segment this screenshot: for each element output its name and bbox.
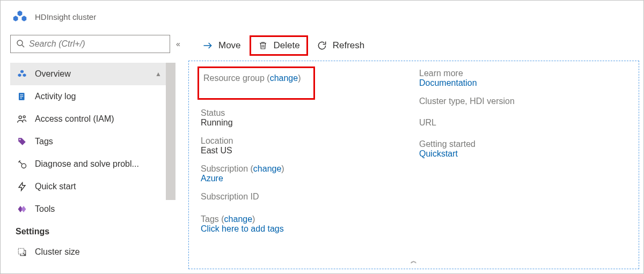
svg-marker-7 [23, 73, 26, 77]
search-input[interactable] [29, 39, 164, 49]
page-title: HDInsight cluster [35, 12, 96, 21]
access-control-icon [16, 113, 28, 125]
delete-button[interactable]: Delete [250, 35, 308, 56]
status-field: Status Running [201, 108, 408, 128]
nav-label: Quick start [35, 182, 76, 191]
collapse-panel-button[interactable]: ︽ [411, 256, 417, 265]
documentation-link[interactable]: Documentation [419, 78, 627, 88]
nav-label: Overview [35, 69, 71, 79]
url-field: URL [419, 118, 627, 128]
nav-label: Diagnose and solve probl... [35, 159, 139, 169]
refresh-label: Refresh [333, 40, 365, 51]
subscription-label: Subscription [201, 164, 248, 173]
sidebar-item-cluster-size[interactable]: Cluster size [10, 241, 166, 263]
hdinsight-logo-icon [12, 9, 27, 24]
sidebar-item-overview[interactable]: Overview ▲ [10, 63, 166, 85]
subscription-id-field: Subscription ID [201, 192, 408, 202]
diagnose-icon [16, 158, 28, 171]
tags-label: Tags [201, 214, 219, 224]
svg-rect-11 [20, 98, 22, 98]
arrow-right-icon [202, 40, 213, 51]
svg-line-4 [22, 45, 24, 47]
settings-section-header: Settings [10, 220, 186, 241]
nav-label: Access control (IAM) [35, 114, 114, 124]
location-value: East US [201, 146, 408, 155]
delete-label: Delete [274, 40, 300, 51]
svg-rect-9 [20, 94, 23, 95]
svg-marker-5 [20, 70, 24, 73]
location-label: Location [201, 136, 408, 146]
sidebar-item-access-control[interactable]: Access control (IAM) [10, 108, 166, 130]
svg-marker-1 [13, 16, 18, 21]
activity-log-icon [16, 90, 28, 103]
toolbar: Move Delete Refresh [186, 33, 643, 58]
content-pane: Move Delete Refresh [186, 33, 643, 273]
resource-group-change-link[interactable]: change [270, 73, 298, 83]
svg-rect-10 [20, 96, 23, 97]
settings-list: Cluster size [10, 241, 186, 263]
tags-icon [16, 135, 28, 148]
svg-marker-0 [18, 11, 23, 17]
sidebar-item-tools[interactable]: Tools [10, 198, 166, 220]
quickstart-link[interactable]: Quickstart [419, 149, 627, 159]
search-box[interactable] [10, 35, 170, 53]
tools-icon [16, 203, 28, 216]
sidebar-item-tags[interactable]: Tags [10, 130, 166, 153]
svg-point-14 [19, 139, 20, 140]
svg-marker-2 [22, 16, 27, 21]
sidebar-item-activity-log[interactable]: Activity log [10, 85, 166, 108]
learn-more-label: Learn more [419, 69, 627, 78]
search-icon [16, 39, 25, 49]
resource-group-label: Resource group [203, 73, 265, 83]
cluster-type-field: Cluster type, HDI version [419, 97, 627, 106]
cluster-type-label: Cluster type, HDI version [419, 97, 627, 106]
trash-icon [258, 40, 268, 51]
subscription-field: Subscription (change) Azure [201, 164, 408, 183]
quick-start-icon [16, 180, 28, 193]
nav-label: Cluster size [35, 247, 80, 257]
subscription-value-link[interactable]: Azure [201, 174, 408, 183]
getting-started-field: Getting started Quickstart [419, 139, 627, 159]
move-label: Move [218, 40, 241, 51]
getting-started-label: Getting started [419, 139, 627, 149]
location-field: Location East US [201, 136, 408, 155]
chevron-up-icon: ▲ [155, 70, 162, 78]
status-value: Running [201, 118, 408, 128]
nav-label: Tags [35, 137, 53, 146]
main-area: « Overview ▲ Activity log [1, 33, 643, 273]
nav-list: Overview ▲ Activity log Access control (… [10, 63, 186, 220]
status-label: Status [201, 108, 408, 118]
sidebar-scrollbar[interactable] [166, 63, 175, 200]
svg-point-15 [21, 164, 26, 168]
details-panel: Resource group (change) Status Running L… [188, 61, 639, 269]
nav-label: Activity log [35, 92, 76, 101]
cluster-size-icon [16, 246, 28, 258]
resource-group-field: Resource group (change) [201, 69, 408, 100]
subscription-change-link[interactable]: change [253, 164, 282, 173]
sidebar-item-diagnose[interactable]: Diagnose and solve probl... [10, 153, 166, 175]
tags-field: Tags (change) Click here to add tags [201, 214, 627, 234]
svg-marker-6 [18, 73, 21, 77]
add-tags-link[interactable]: Click here to add tags [201, 224, 627, 234]
overview-icon [16, 68, 28, 80]
sidebar: « Overview ▲ Activity log [1, 33, 186, 273]
refresh-icon [317, 40, 327, 51]
svg-point-13 [23, 116, 25, 118]
svg-point-3 [17, 40, 23, 46]
subscription-id-label: Subscription ID [201, 192, 408, 202]
tags-change-link[interactable]: change [224, 214, 253, 224]
search-row: « [10, 35, 186, 53]
refresh-button[interactable]: Refresh [310, 35, 371, 56]
nav-label: Tools [35, 204, 55, 214]
learn-more-field: Learn more Documentation [419, 69, 627, 88]
svg-point-12 [19, 116, 21, 119]
url-label: URL [419, 118, 627, 128]
sidebar-item-quick-start[interactable]: Quick start [10, 175, 166, 198]
move-button[interactable]: Move [196, 35, 247, 56]
page-header: HDInsight cluster [1, 1, 643, 33]
collapse-sidebar-button[interactable]: « [170, 40, 186, 48]
